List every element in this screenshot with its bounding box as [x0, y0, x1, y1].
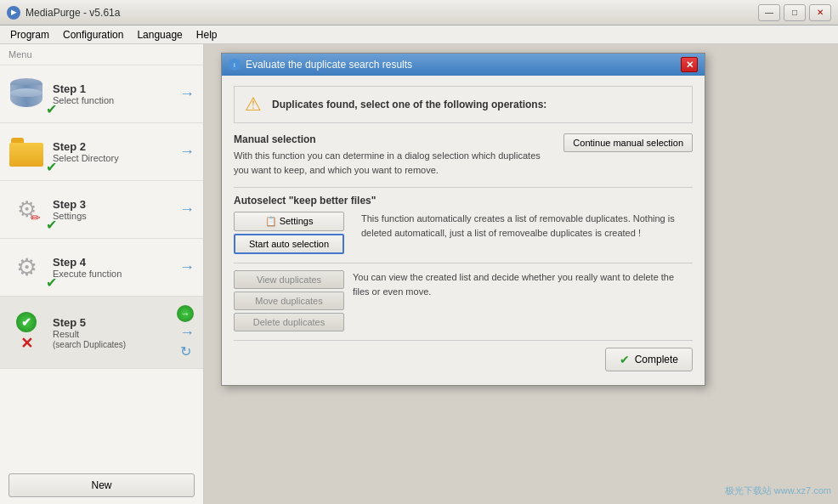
view-duplicates-button[interactable]: View duplicates [234, 270, 344, 289]
step-2-check: ✔ [46, 159, 57, 175]
menu-bar: Program Configuration Language Help [0, 25, 838, 44]
dialog-title-bar: i Evaluate the duplicate search results … [222, 54, 705, 76]
manual-desc: With this function you can determine in … [234, 149, 555, 177]
auto-btn-group: 📋 Settings Start auto selection [234, 212, 344, 254]
step-5-number: Step 5 [53, 316, 176, 329]
watermark: 极光下载站 www.xz7.com [725, 484, 831, 497]
step-4-check: ✔ [46, 275, 57, 291]
step-4-desc: Execute function [53, 269, 176, 279]
step-5-refresh-icon: ↻ [180, 343, 191, 360]
manual-text: Manual selection With this function you … [234, 133, 555, 177]
step-2-icon [8, 134, 44, 170]
settings-icon: 📋 [265, 216, 280, 226]
step-2-desc: Select Directory [53, 153, 176, 163]
evaluate-dialog: i Evaluate the duplicate search results … [221, 53, 705, 386]
complete-section: ✔ Complete [234, 340, 693, 375]
minimize-button[interactable]: — [758, 4, 780, 21]
main-layout: Menu Step 1 Select function → ✔ [0, 44, 838, 504]
section-divider-2 [234, 263, 693, 263]
sidebar: Menu Step 1 Select function → ✔ [0, 44, 204, 504]
step-1-arrow: → [179, 85, 195, 103]
menu-help[interactable]: Help [190, 27, 224, 42]
step-3-item[interactable]: ⚙ ✏ Step 3 Settings → ✔ [0, 181, 203, 239]
maximize-button[interactable]: □ [784, 4, 806, 21]
steps-container: Step 1 Select function → ✔ Step 2 Select… [0, 65, 203, 467]
dialog-title-label: Evaluate the duplicate search results [246, 59, 412, 71]
step-5-icon: ✔ ✕ [8, 314, 44, 350]
step-2-number: Step 2 [53, 140, 176, 153]
complete-check-icon: ✔ [620, 353, 630, 366]
step-3-desc: Settings [53, 211, 176, 221]
continue-manual-button[interactable]: Continue manual selection [563, 133, 693, 152]
step-3-icon: ⚙ ✏ [8, 192, 44, 228]
title-bar-controls: — □ ✕ [758, 4, 831, 21]
dialog-close-button[interactable]: ✕ [681, 57, 698, 72]
new-button[interactable]: New [8, 473, 195, 497]
step-4-text: Step 4 Execute function [53, 256, 176, 279]
dialog-title-icon: i [229, 59, 241, 71]
autoselect-desc: This function automatically creates a li… [361, 212, 693, 254]
warning-text: Duplicates found, select one of the foll… [272, 99, 546, 110]
app-title: MediaPurge - v5.61a [25, 7, 758, 19]
step-2-item[interactable]: Step 2 Select Directory → ✔ [0, 123, 203, 181]
menu-program[interactable]: Program [3, 27, 56, 42]
section-divider [234, 187, 693, 188]
step-5-arrow: → [179, 324, 195, 342]
complete-button[interactable]: ✔ Complete [605, 348, 693, 371]
title-bar: ▶ MediaPurge - v5.61a — □ ✕ [0, 0, 838, 25]
step-1-text: Step 1 Select function [53, 82, 176, 105]
close-button[interactable]: ✕ [809, 4, 831, 21]
step-3-number: Step 3 [53, 198, 176, 211]
manual-title: Manual selection [234, 133, 555, 145]
step-4-number: Step 4 [53, 256, 176, 269]
step-1-item[interactable]: Step 1 Select function → ✔ [0, 65, 203, 123]
dialog-title-text: i Evaluate the duplicate search results [229, 59, 412, 71]
action-buttons-section: View duplicates Move duplicates Delete d… [234, 270, 693, 331]
step-3-arrow: → [179, 201, 195, 218]
settings-button[interactable]: 📋 Settings [234, 212, 344, 231]
step-4-icon: ⚙ [8, 250, 44, 286]
content-area: i Evaluate the duplicate search results … [204, 44, 838, 504]
step-4-item[interactable]: ⚙ Step 4 Execute function → ✔ [0, 239, 203, 297]
step-2-arrow: → [179, 143, 195, 161]
step-5-go-icon: → [177, 305, 194, 322]
delete-duplicates-button[interactable]: Delete duplicates [234, 313, 344, 331]
complete-label: Complete [635, 354, 678, 365]
autoselect-title: Autoselect "keep better files" [234, 195, 693, 207]
step-1-number: Step 1 [53, 82, 176, 95]
step-3-text: Step 3 Settings [53, 198, 176, 221]
warning-icon: ⚠ [245, 93, 262, 116]
app-icon: ▶ [7, 6, 20, 20]
move-duplicates-button[interactable]: Move duplicates [234, 292, 344, 310]
menu-configuration[interactable]: Configuration [56, 27, 130, 42]
action-desc: You can view the created list and decide… [353, 270, 693, 331]
step-5-red-x: ✕ [20, 334, 33, 353]
step-1-icon [8, 76, 44, 112]
step-5-green-check: ✔ [16, 312, 37, 332]
step-1-desc: Select function [53, 95, 176, 105]
step-2-text: Step 2 Select Directory [53, 140, 176, 163]
menu-language[interactable]: Language [130, 27, 189, 42]
manual-section: Manual selection With this function you … [234, 133, 693, 177]
step-4-arrow: → [179, 258, 195, 276]
autoselect-section: Autoselect "keep better files" 📋 Setting… [234, 195, 693, 254]
step-1-check: ✔ [46, 101, 57, 117]
step-5-item[interactable]: ✔ ✕ Step 5 Result(search Duplicates) → →… [0, 297, 203, 369]
start-auto-selection-button[interactable]: Start auto selection [234, 234, 344, 254]
action-btn-group: View duplicates Move duplicates Delete d… [234, 270, 344, 331]
step-3-check: ✔ [46, 217, 57, 233]
step-5-text: Step 5 Result(search Duplicates) [53, 316, 176, 349]
dialog-body: ⚠ Duplicates found, select one of the fo… [222, 76, 705, 385]
step-5-desc: Result(search Duplicates) [53, 329, 176, 349]
warning-row: ⚠ Duplicates found, select one of the fo… [234, 86, 693, 123]
sidebar-menu-label: Menu [0, 44, 203, 65]
